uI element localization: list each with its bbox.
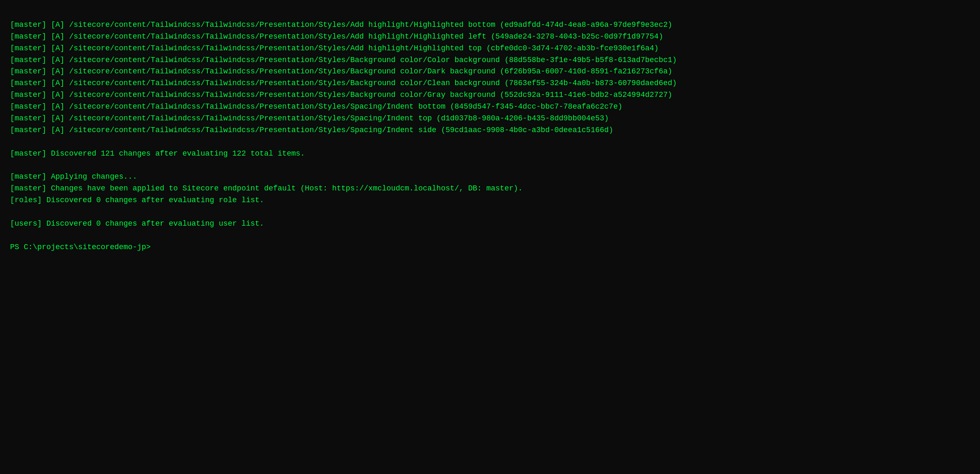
empty-line xyxy=(10,206,970,218)
terminal-line: [master] Discovered 121 changes after ev… xyxy=(10,148,970,160)
terminal-line: [master] [A] /sitecore/content/Tailwindc… xyxy=(10,125,970,136)
terminal-output: [master] [A] /sitecore/content/Tailwindc… xyxy=(10,8,970,253)
terminal-line: [master] [A] /sitecore/content/Tailwindc… xyxy=(10,113,970,125)
terminal-line: [master] [A] /sitecore/content/Tailwindc… xyxy=(10,66,970,78)
terminal-line: [master] [A] /sitecore/content/Tailwindc… xyxy=(10,19,970,31)
prompt-line: PS C:\projects\sitecoredemo-jp> xyxy=(10,242,970,253)
terminal-line: [master] [A] /sitecore/content/Tailwindc… xyxy=(10,101,970,113)
terminal-line: [master] [A] /sitecore/content/Tailwindc… xyxy=(10,55,970,66)
terminal-line: [master] [A] /sitecore/content/Tailwindc… xyxy=(10,89,970,101)
empty-line xyxy=(10,230,970,242)
terminal-line: [master] [A] /sitecore/content/Tailwindc… xyxy=(10,31,970,43)
terminal-line: [master] Applying changes... xyxy=(10,171,970,183)
terminal-line: [master] Changes have been applied to Si… xyxy=(10,183,970,195)
terminal-line: [master] [A] /sitecore/content/Tailwindc… xyxy=(10,78,970,89)
terminal-line: [roles] Discovered 0 changes after evalu… xyxy=(10,195,970,206)
empty-line xyxy=(10,136,970,148)
terminal-line: [users] Discovered 0 changes after evalu… xyxy=(10,218,970,230)
empty-line xyxy=(10,160,970,172)
terminal-line: [master] [A] /sitecore/content/Tailwindc… xyxy=(10,43,970,55)
